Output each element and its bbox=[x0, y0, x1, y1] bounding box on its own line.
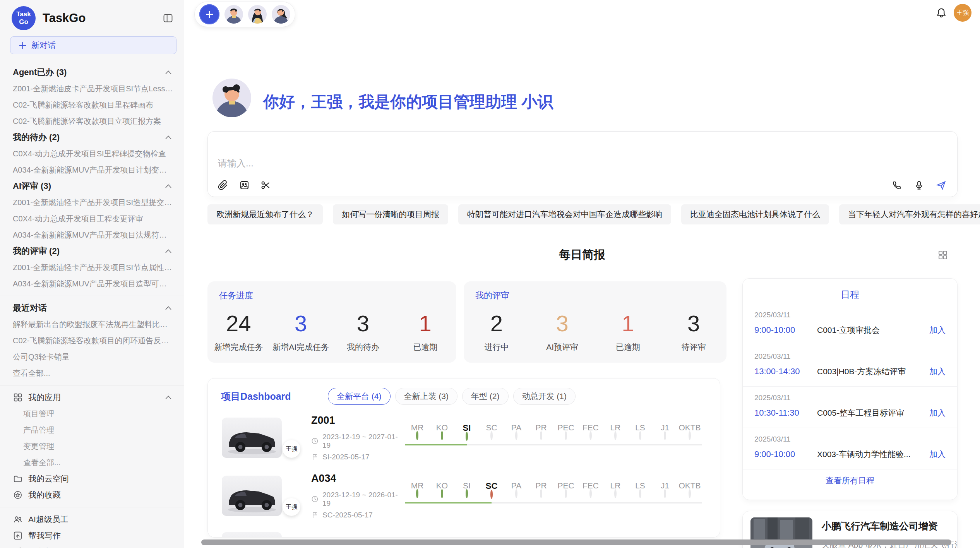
notification-bell-icon[interactable] bbox=[935, 7, 947, 19]
car-image bbox=[222, 476, 282, 516]
view-all-schedule-link[interactable]: 查看所有日程 bbox=[743, 469, 957, 492]
chevron-up-icon bbox=[165, 135, 171, 139]
sidebar-group-header[interactable]: Agent已办 (3) bbox=[0, 64, 184, 80]
stat-label: 已逾期 bbox=[413, 342, 437, 353]
cloud-space-item[interactable]: 我的云空间 bbox=[0, 471, 184, 487]
milestone-dot bbox=[565, 489, 567, 498]
sidebar-group-header[interactable]: 我的待办 (2) bbox=[0, 129, 184, 146]
dashboard-filters: 全新平台 (4)全新上装 (3)年型 (2)动总开发 (1) bbox=[328, 388, 576, 405]
project-flag-label: SI-2025-05-17 bbox=[322, 453, 369, 461]
suggestion-chip[interactable]: 比亚迪全固态电池计划具体说了什么 bbox=[681, 204, 829, 224]
microphone-icon[interactable] bbox=[914, 180, 924, 190]
app-item[interactable]: 查看全部... bbox=[0, 454, 184, 471]
message-composer[interactable]: 请输入... bbox=[207, 131, 958, 197]
image-icon[interactable] bbox=[239, 180, 250, 190]
app-item[interactable]: 产品管理 bbox=[0, 422, 184, 438]
member-avatar[interactable] bbox=[224, 5, 243, 24]
sidebar-item[interactable]: C0X4-动力总成开发项目SI里程碑提交物检查 bbox=[0, 146, 184, 162]
send-icon[interactable] bbox=[936, 180, 946, 190]
recent-chat-item[interactable]: C02-飞腾新能源轻客改款项目的闭环通告反馈情况 bbox=[0, 332, 184, 349]
recent-chat-item[interactable]: 解释最新出台的欧盟报废车法规再生塑料比例被调至15%... bbox=[0, 316, 184, 332]
suggestion-chip[interactable]: 特朗普可能对进口汽车增税会对中国车企造成哪些影响 bbox=[458, 204, 671, 224]
member-avatar[interactable] bbox=[272, 5, 290, 24]
collapse-sidebar-icon[interactable] bbox=[161, 12, 175, 25]
filter-chip[interactable]: 全新平台 (4) bbox=[328, 388, 391, 405]
join-link[interactable]: 加入 bbox=[929, 449, 946, 460]
phone-icon[interactable] bbox=[892, 180, 902, 190]
sidebar-item[interactable]: Z001-全新燃油轻卡产品开发项目SI节点属性5D文件评审 bbox=[0, 259, 184, 276]
app-item[interactable]: 变更管理 bbox=[0, 438, 184, 454]
user-avatar[interactable]: 王强 bbox=[954, 4, 971, 22]
filter-chip[interactable]: 全新上装 (3) bbox=[395, 388, 458, 405]
schedule-date: 2025/03/11 bbox=[754, 435, 946, 444]
scissors-icon[interactable] bbox=[260, 180, 271, 190]
milestone-dot bbox=[441, 489, 443, 498]
recent-chats-list: 解释最新出台的欧盟报废车法规再生塑料比例被调至15%...C02-飞腾新能源轻客… bbox=[0, 316, 184, 365]
sidebar-group-header[interactable]: AI评审 (3) bbox=[0, 178, 184, 194]
suggestion-chip[interactable]: 如何写一份清晰的项目周报 bbox=[333, 204, 448, 224]
new-chat-button[interactable]: 新对话 bbox=[10, 36, 176, 54]
stat-value: 3 bbox=[357, 312, 369, 335]
filter-chip[interactable]: 动总开发 (1) bbox=[513, 388, 576, 405]
join-link[interactable]: 加入 bbox=[929, 408, 946, 418]
stat-value: 24 bbox=[226, 312, 251, 335]
divider bbox=[0, 296, 184, 296]
creative-drawing-item[interactable]: 创意制图 bbox=[0, 544, 184, 548]
clock-icon bbox=[311, 437, 319, 445]
sidebar-item[interactable]: A034-全新新能源MUV产品开发项目法规符合性评审 bbox=[0, 227, 184, 243]
sidebar-item[interactable]: C0X4-动力总成开发项目工程变更评审 bbox=[0, 211, 184, 227]
milestone: FEC bbox=[578, 478, 603, 514]
sidebar-item[interactable]: C02-飞腾新能源轻客改款项目里程碑画布 bbox=[0, 97, 184, 113]
milestone-track: MR KO SI bbox=[405, 478, 710, 514]
stat: 1 已逾期 bbox=[595, 305, 661, 360]
filter-chip[interactable]: 年型 (2) bbox=[462, 388, 509, 405]
my-apps-header[interactable]: 我的应用 bbox=[0, 389, 184, 406]
add-agent-button[interactable] bbox=[199, 4, 219, 24]
stat-label: AI预评审 bbox=[546, 342, 578, 353]
favorites-item[interactable]: 我的收藏 bbox=[0, 487, 184, 503]
app-item[interactable]: 项目管理 bbox=[0, 406, 184, 422]
schedule-card: 日程 2025/03/11 9:00-10:00 C001-立项审批会 加入 2… bbox=[742, 278, 958, 500]
recent-view-all-link[interactable]: 查看全部... bbox=[0, 365, 184, 381]
schedule-time: 9:00-10:00 bbox=[754, 449, 817, 459]
project-row[interactable]: 王强 A034 2023-12-19 ~ 2026-01-19 SC-2025-… bbox=[208, 466, 720, 524]
horizontal-scrollbar[interactable] bbox=[201, 539, 951, 545]
recent-chat-item[interactable]: 公司Q3轻卡销量 bbox=[0, 349, 184, 365]
stat-label: 我的待办 bbox=[347, 342, 379, 353]
join-link[interactable]: 加入 bbox=[929, 366, 946, 377]
sidebar: Task Go TaskGo 新对话 Agent已办 (3) bbox=[0, 0, 184, 548]
milestone: MR bbox=[405, 478, 430, 514]
my-apps-title: 我的应用 bbox=[28, 392, 160, 403]
attachment-icon[interactable] bbox=[218, 180, 228, 190]
recent-chats-header[interactable]: 最近对话 bbox=[0, 300, 184, 316]
sidebar-item[interactable]: Z001-全新燃油轻卡产品开发项目SI造型提交物评审 bbox=[0, 194, 184, 211]
project-row[interactable]: 王强 Z001 2023-12-19 ~ 2027-01-19 SI-2025-… bbox=[208, 408, 720, 466]
write-export-icon bbox=[13, 531, 23, 541]
sidebar-group-items: C0X4-动力总成开发项目SI里程碑提交物检查A034-全新新能源MUV产品开发… bbox=[0, 146, 184, 178]
project-flag: SI-2025-05-17 bbox=[311, 453, 403, 461]
sidebar-item[interactable]: Z001-全新燃油皮卡产品开发项目SI节点Lesson Learn报告 bbox=[0, 80, 184, 97]
project-code: A034 bbox=[311, 473, 403, 485]
layout-grid-icon[interactable] bbox=[937, 250, 948, 260]
sidebar-group-header[interactable]: 我的评审 (2) bbox=[0, 243, 184, 259]
milestone: OKTB bbox=[677, 478, 702, 514]
suggestion-chip[interactable]: 当下年轻人对汽车外观有怎样的喜好趋势 bbox=[839, 204, 980, 224]
assistant-avatar bbox=[212, 79, 251, 117]
join-link[interactable]: 加入 bbox=[929, 325, 946, 336]
car-image bbox=[222, 418, 282, 458]
project-row-partial bbox=[208, 524, 720, 538]
ai-super-staff-item[interactable]: AI超级员工 bbox=[0, 511, 184, 527]
suggestion-chip[interactable]: 欧洲新规最近颁布了什么？ bbox=[207, 204, 323, 224]
star-badge-icon bbox=[13, 490, 23, 500]
schedule-event-title: C005-整车工程目标评审 bbox=[817, 408, 925, 418]
member-avatar[interactable] bbox=[248, 5, 267, 24]
sidebar-item[interactable]: A034-全新新能源MUV产品开发项目计划变更表编写 bbox=[0, 162, 184, 178]
composer-right-icons bbox=[892, 180, 946, 190]
milestone: SI bbox=[454, 478, 479, 514]
help-me-write-item[interactable]: 帮我写作 bbox=[0, 527, 184, 544]
schedule-item: 2025/03/11 10:30-11:30 C005-整车工程目标评审 加入 bbox=[743, 386, 957, 428]
sidebar-item[interactable]: C02-飞腾新能源轻客改款项目立项汇报方案 bbox=[0, 113, 184, 129]
stat-label: 新增完成任务 bbox=[214, 342, 263, 353]
sidebar-item[interactable]: A034-全新新能源MUV产品开发项目造型可行性评审 bbox=[0, 276, 184, 292]
milestone-dot bbox=[466, 432, 468, 441]
